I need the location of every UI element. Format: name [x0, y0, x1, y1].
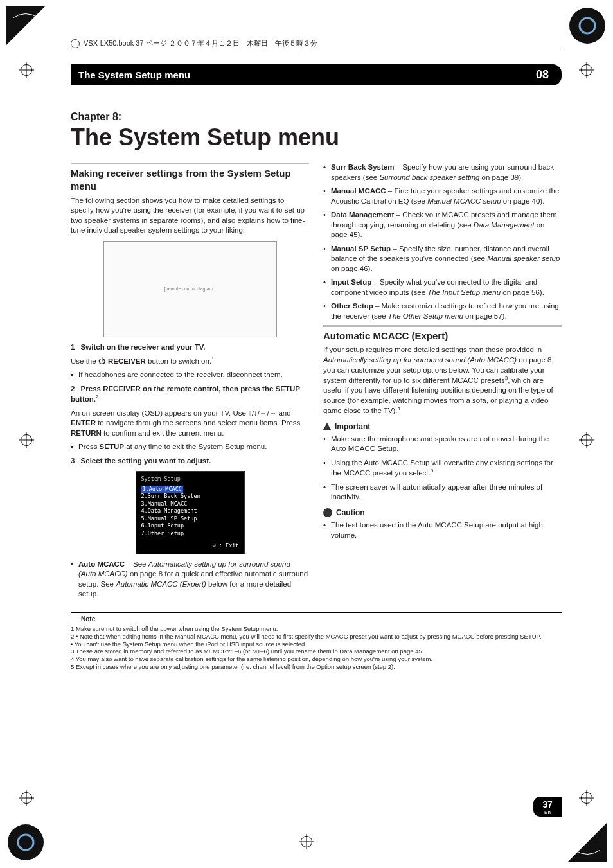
text: The screen saver will automatically appe…	[331, 483, 542, 501]
note-label-text: Note	[81, 616, 95, 624]
header-title: The System Setup menu	[78, 69, 190, 80]
footnote-line: 4 You may also want to have separate cal…	[71, 655, 562, 663]
registration-mark	[581, 792, 592, 804]
step-2-body: An on-screen display (OSD) appears on yo…	[71, 409, 309, 439]
header-bar: The System Setup menu 08	[71, 64, 562, 85]
text: on page 56).	[501, 288, 544, 296]
item-label: Other Setup	[331, 302, 373, 310]
list-item: Input Setup – Specify what you've connec…	[323, 278, 562, 297]
registration-mark	[21, 792, 32, 804]
footnote-ref: 2	[96, 394, 98, 400]
osd-container: System Setup 1.Auto MCACC 2.Surr Back Sy…	[71, 471, 309, 554]
text: If your setup requires more detailed set…	[323, 346, 542, 353]
list-item: The test tones used in the Auto MCACC Se…	[323, 520, 562, 540]
enter-label: ENTER	[71, 419, 96, 427]
important-icon	[323, 423, 331, 430]
xref: Manual speaker setup	[487, 254, 560, 262]
osd-item-selected: 1.Auto MCACC	[141, 486, 183, 493]
section-heading: Automatic MCACC (Expert)	[323, 325, 562, 342]
text: to navigate through the screens and sele…	[96, 419, 300, 427]
step-title: Select the setting you want to adjust.	[81, 457, 211, 465]
left-column: Making receiver settings from the System…	[71, 163, 309, 603]
corner-graphic-tr	[568, 6, 607, 45]
registration-mark	[581, 64, 592, 76]
list-item: If headphones are connected to the recei…	[71, 370, 309, 380]
item-label: Manual SP Setup	[331, 245, 391, 252]
list-item: Using the Auto MCACC Setup will overwrit…	[323, 458, 562, 479]
step-number: 1	[71, 343, 75, 351]
text: Using the Auto MCACC Setup will overwrit…	[331, 459, 553, 477]
footnote-block: Note 1 Make sure not to switch off the p…	[71, 612, 562, 671]
xref: Automatic MCACC (Expert)	[116, 580, 206, 588]
text: on page 39).	[479, 173, 523, 181]
paragraph: If your setup requires more detailed set…	[323, 345, 562, 416]
text: on page 40).	[501, 197, 545, 205]
footnote-line: 1 Make sure not to switch off the power …	[71, 625, 562, 633]
page-content: VSX-LX50.book 37 ページ ２００７年４月１２日 木曜日 午後５時…	[71, 39, 562, 817]
step-1-line: Use the ⏻ RECEIVER button to switch on.1	[71, 356, 309, 366]
footnote-ref: 1	[211, 356, 214, 362]
power-icon: ⏻	[98, 357, 106, 365]
item-label: Manual MCACC	[331, 187, 386, 195]
text: to confirm and exit the current menu.	[102, 429, 224, 437]
gear-icon	[71, 39, 80, 48]
remote-diagram-container: [ remote control diagram ]	[71, 241, 309, 337]
chapter-label: Chapter 8:	[71, 111, 562, 123]
list-item: The screen saver will automatically appe…	[323, 483, 562, 502]
xref: Surround back speaker setting	[379, 173, 479, 181]
step-3: 3 Select the setting you want to adjust.	[71, 456, 309, 466]
chapter-title: The System Setup menu	[71, 124, 562, 151]
intro-paragraph: The following section shows you how to m…	[71, 196, 309, 236]
registration-mark	[21, 64, 32, 76]
svg-point-2	[8, 824, 44, 860]
xref: Manual MCACC setup	[427, 197, 501, 205]
text: on page 46).	[331, 265, 373, 272]
xref: Data Management	[474, 221, 535, 229]
osd-item: 7.Other Setup	[141, 530, 239, 537]
xref: The Input Setup menu	[427, 288, 501, 296]
note-icon	[71, 616, 78, 623]
item-label: Auto MCACC	[78, 560, 125, 568]
section-heading: Making receiver settings from the System…	[71, 163, 309, 193]
text: Press	[78, 443, 100, 450]
footnote-line: • You can't use the System Setup menu wh…	[71, 641, 562, 648]
list-item: Manual MCACC – Fine tune your speaker se…	[323, 186, 562, 206]
caution-icon	[323, 508, 332, 517]
step-1: 1 Switch on the receiver and your TV.	[71, 342, 309, 353]
caution-callout: Caution	[323, 508, 562, 518]
corner-graphic-br	[568, 823, 607, 862]
list-item: Make sure the microphone and speakers ar…	[323, 434, 562, 454]
step-title: Switch on the receiver and your TV.	[81, 343, 206, 351]
item-label: Data Management	[331, 211, 394, 218]
corner-graphic-bl	[6, 823, 45, 862]
list-item: Other Setup – Make customized settings t…	[323, 301, 562, 321]
text: and	[276, 409, 290, 417]
right-column: Surr Back System – Specify how you are u…	[323, 163, 562, 603]
osd-title: System Setup	[141, 475, 239, 483]
arrow-keys-icon: ↑/↓/←/→	[248, 409, 276, 417]
receiver-label: RECEIVER	[106, 357, 146, 365]
caution-label: Caution	[336, 508, 365, 518]
text: An on-screen display (OSD) appears on yo…	[71, 409, 248, 417]
step-2: 2 Press RECEIVER on the remote control, …	[71, 384, 309, 405]
item-label: Surr Back System	[331, 163, 394, 171]
xref: The Other Setup menu	[388, 312, 463, 320]
important-label: Important	[335, 421, 370, 432]
list-item: Auto MCACC – See Automatically setting u…	[71, 560, 309, 599]
text: on page 57).	[463, 312, 507, 320]
note-label: Note	[71, 616, 95, 624]
xref: Automatically setting up for surround so…	[323, 356, 517, 364]
list-item: Surr Back System – Specify how you are u…	[323, 163, 562, 182]
item-label: Input Setup	[331, 278, 371, 286]
page-lang: En	[533, 810, 562, 815]
page-number: 37	[533, 799, 562, 810]
footnote-line: 2 • Note that when editing items in the …	[71, 633, 562, 641]
step-number: 2	[71, 385, 75, 393]
osd-item: 6.Input Setup	[141, 522, 239, 529]
remote-diagram: [ remote control diagram ]	[103, 241, 277, 337]
list-item: Manual SP Setup – Specify the size, numb…	[323, 244, 562, 274]
osd-item: 4.Data Management	[141, 508, 239, 515]
setup-label: SETUP	[100, 443, 124, 450]
book-meta-text: VSX-LX50.book 37 ページ ２００７年４月１２日 木曜日 午後５時…	[84, 39, 317, 48]
header-chapter-number: 08	[536, 68, 554, 82]
